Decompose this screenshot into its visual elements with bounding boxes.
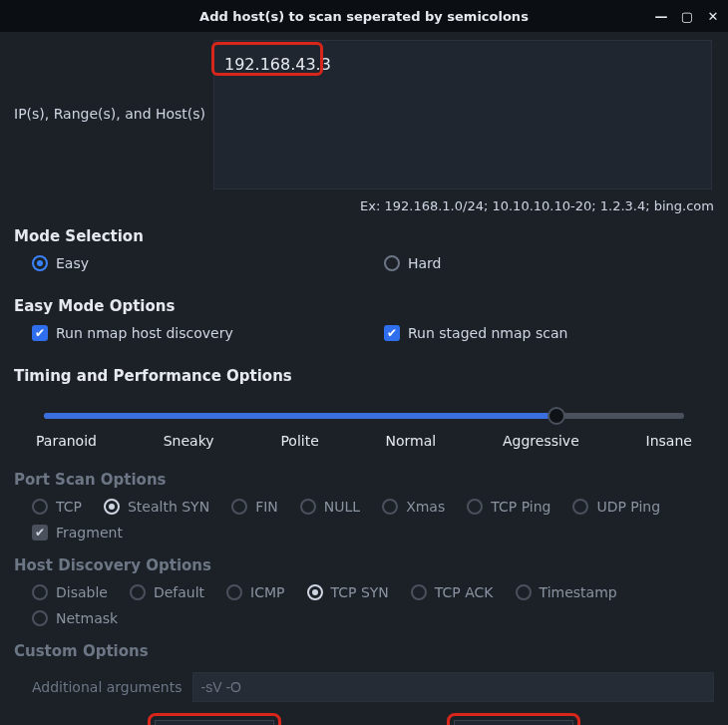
custom-title: Custom Options: [14, 642, 714, 660]
hd-tcpsyn-radio[interactable]: TCP SYN: [307, 584, 389, 600]
timing-label: Sneaky: [164, 433, 214, 449]
timing-label: Paranoid: [36, 433, 97, 449]
arg-label: Additional arguments: [32, 679, 182, 695]
timing-slider[interactable]: [44, 413, 684, 419]
port-xmas-radio[interactable]: Xmas: [382, 499, 445, 515]
minimize-icon[interactable]: —: [652, 7, 670, 25]
hd-timestamp-radio[interactable]: Timestamp: [516, 584, 617, 600]
timing-label: Normal: [386, 433, 437, 449]
maximize-icon[interactable]: ▢: [678, 7, 696, 25]
port-fragment-check[interactable]: ✔Fragment: [32, 525, 123, 541]
easy-opts-title: Easy Mode Options: [14, 297, 714, 315]
hd-netmask-radio[interactable]: Netmask: [32, 610, 118, 626]
cancel-button[interactable]: Cancel: [454, 720, 573, 725]
port-null-radio[interactable]: NULL: [300, 499, 360, 515]
timing-label: Aggressive: [503, 433, 579, 449]
hd-disable-radio[interactable]: Disable: [32, 584, 108, 600]
hostdisc-title: Host Discovery Options: [14, 556, 714, 574]
hd-default-radio[interactable]: Default: [130, 584, 204, 600]
hosts-hint: Ex: 192.168.1.0/24; 10.10.10.10-20; 1.2.…: [14, 198, 714, 213]
discovery-check[interactable]: ✔Run nmap host discovery: [32, 325, 233, 341]
port-stealth-radio[interactable]: Stealth SYN: [104, 499, 209, 515]
timing-title: Timing and Performance Options: [14, 367, 714, 385]
portscan-title: Port Scan Options: [14, 471, 714, 489]
hosts-label: IP(s), Range(s), and Host(s): [14, 40, 213, 122]
hd-icmp-radio[interactable]: ICMP: [226, 584, 284, 600]
timing-label: Polite: [280, 433, 318, 449]
submit-button[interactable]: + Submit: [155, 720, 274, 725]
arg-input[interactable]: [192, 672, 715, 702]
highlight-cancel: [447, 713, 580, 725]
close-icon[interactable]: ✕: [704, 7, 722, 25]
port-udpping-radio[interactable]: UDP Ping: [572, 499, 660, 515]
mode-hard-radio[interactable]: Hard: [384, 255, 442, 271]
mode-title: Mode Selection: [14, 227, 714, 245]
port-tcp-radio[interactable]: TCP: [32, 499, 82, 515]
hd-tcpack-radio[interactable]: TCP ACK: [411, 584, 494, 600]
port-tcpping-radio[interactable]: TCP Ping: [467, 499, 550, 515]
staged-check[interactable]: ✔Run staged nmap scan: [384, 325, 567, 341]
mode-easy-radio[interactable]: Easy: [32, 255, 89, 271]
timing-label: Insane: [646, 433, 692, 449]
window-title: Add host(s) to scan seperated by semicol…: [0, 9, 728, 24]
slider-thumb[interactable]: [547, 407, 565, 425]
hosts-input[interactable]: [213, 40, 712, 189]
highlight-submit: [148, 713, 281, 725]
titlebar: Add host(s) to scan seperated by semicol…: [0, 0, 728, 32]
port-fin-radio[interactable]: FIN: [231, 499, 278, 515]
